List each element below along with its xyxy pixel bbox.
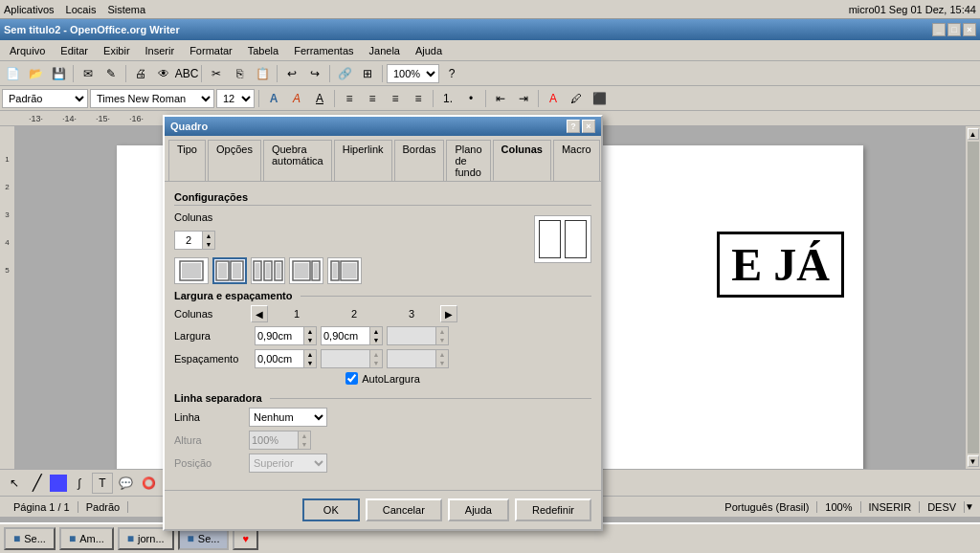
columns-spin-up[interactable]: ▲ [203,232,214,240]
altura-row: Altura ▲ ▼ [174,431,591,450]
preview-col1 [539,220,561,258]
largura-field-3[interactable]: ▲ ▼ [387,326,449,345]
preset-2col-wide-left[interactable] [289,257,323,284]
columns-input-row: ▲ ▼ [174,231,524,250]
tab-plano[interactable]: Plano de fundo [446,140,490,181]
config-left: Colunas ▲ ▼ [174,211,524,284]
posicao-row: Posição Superior [174,453,591,473]
esp-spinbtns-3: ▲ ▼ [435,350,448,367]
svg-rect-15 [314,263,319,278]
largura-spinbtns-2[interactable]: ▲ ▼ [369,327,382,344]
altura-spinbtns: ▲ ▼ [298,431,310,449]
linha-select-wrap[interactable]: Nenhum [249,408,327,427]
tab-tipo[interactable]: Tipo [168,140,206,181]
posicao-select-wrap: Superior [249,453,327,473]
esp-dn-3: ▼ [436,359,448,367]
largura-section: Largura e espaçamento Colunas ◀ 1 2 3 ▶ … [174,290,591,385]
espacamento-input-2[interactable] [322,350,369,367]
dialog-close-btn[interactable]: × [582,120,595,133]
dialog-body: Configurações Colunas ▲ ▼ [165,182,601,490]
autolargura-checkbox[interactable] [345,372,358,385]
svg-rect-5 [233,263,241,278]
dialog-window-controls[interactable]: ? × [567,120,595,133]
columns-spinbtns[interactable]: ▲ ▼ [202,232,214,249]
posicao-label: Posição [174,457,241,469]
esp-up-2: ▲ [370,350,382,359]
col-num-3: 3 [383,308,440,320]
col-preview-area [534,215,591,263]
svg-rect-1 [182,263,201,278]
columns-spin-dn[interactable]: ▼ [203,240,214,249]
largura-up-1[interactable]: ▲ [304,327,316,336]
sep-header: Linha separadora [174,392,591,404]
dialog-title: Quadro ? × [165,117,601,136]
ajuda-button[interactable]: Ajuda [448,498,509,521]
altura-input [250,431,298,449]
esp-up-3: ▲ [436,350,448,359]
esp-spinbtns-2: ▲ ▼ [369,350,382,367]
tab-hiperlink[interactable]: Hiperlink [334,140,392,181]
svg-rect-9 [266,263,271,278]
svg-rect-13 [295,263,309,278]
largura-up-2[interactable]: ▲ [370,327,382,336]
config-section-header: Configurações [174,191,591,206]
espacamento-input-1[interactable] [256,350,303,367]
col-next-arrow[interactable]: ▶ [440,305,457,322]
autolargura-label: AutoLargura [362,373,420,385]
largura-input-2[interactable] [322,327,369,344]
tab-colunas[interactable]: Colunas [493,140,551,181]
columns-input[interactable] [175,232,202,249]
largura-label: Largura [174,330,251,342]
col-num-1: 1 [268,308,325,320]
autolargura-row: AutoLargura [174,372,591,385]
altura-label: Altura [174,434,241,446]
espacamento-input-3[interactable] [388,350,435,367]
esp-dn-2: ▼ [370,359,382,367]
dialog-help-btn[interactable]: ? [567,120,580,133]
espacamento-field-3[interactable]: ▲ ▼ [387,349,449,368]
espacamento-field-2[interactable]: ▲ ▼ [321,349,383,368]
esp-dn-1[interactable]: ▼ [304,359,316,367]
redefinir-button[interactable]: Redefinir [515,498,591,521]
ok-button[interactable]: OK [302,498,360,521]
preset-2col-wide-right[interactable] [327,257,362,284]
colunas-dialog: Quadro ? × Tipo Opções Quebra automática… [163,115,603,531]
dialog-tabs[interactable]: Tipo Opções Quebra automática Hiperlink … [165,136,601,182]
col-prev-arrow[interactable]: ◀ [251,305,268,322]
largura-field-2[interactable]: ▲ ▼ [321,326,383,345]
svg-rect-7 [256,263,260,278]
largura-up-3: ▲ [436,327,448,336]
svg-rect-3 [218,263,227,278]
largura-field-1[interactable]: ▲ ▼ [255,326,317,345]
tab-bordas[interactable]: Bordas [394,140,445,181]
linha-select[interactable]: Nenhum [250,409,326,426]
altura-up: ▲ [299,431,310,440]
espacamento-field-1[interactable]: ▲ ▼ [255,349,317,368]
largura-dn-1[interactable]: ▼ [304,336,316,344]
preset-1col[interactable] [174,257,209,284]
esp-up-1[interactable]: ▲ [304,350,316,359]
col-nav-row: Colunas ◀ 1 2 3 ▶ [174,305,591,322]
largura-spinbtns-1[interactable]: ▲ ▼ [303,327,316,344]
largura-input-3[interactable] [388,327,435,344]
svg-rect-17 [333,263,338,278]
largura-spinbtns-3: ▲ ▼ [435,327,448,344]
largura-dn-2[interactable]: ▼ [370,336,382,344]
tab-macro[interactable]: Macro [553,140,600,181]
preset-3col[interactable] [251,257,285,284]
largura-dn-3: ▼ [436,336,448,344]
tab-quebra[interactable]: Quebra automática [263,140,332,181]
columns-spinner[interactable]: ▲ ▼ [174,231,215,250]
cancelar-button[interactable]: Cancelar [366,498,442,521]
columns-row: Colunas [174,211,524,223]
linha-label: Linha [174,411,241,423]
preset-2col[interactable] [212,257,247,284]
column-preview [534,215,591,263]
espacamento-row: Espaçamento ▲ ▼ ▲ ▼ [174,349,591,368]
esp-spinbtns-1[interactable]: ▲ ▼ [303,350,316,367]
linha-row: Linha Nenhum [174,408,591,427]
dialog-overlay: Quadro ? × Tipo Opções Quebra automática… [0,0,980,553]
largura-input-1[interactable] [256,327,303,344]
tab-opcoes[interactable]: Opções [208,140,261,181]
largura-header: Largura e espaçamento [174,290,591,301]
